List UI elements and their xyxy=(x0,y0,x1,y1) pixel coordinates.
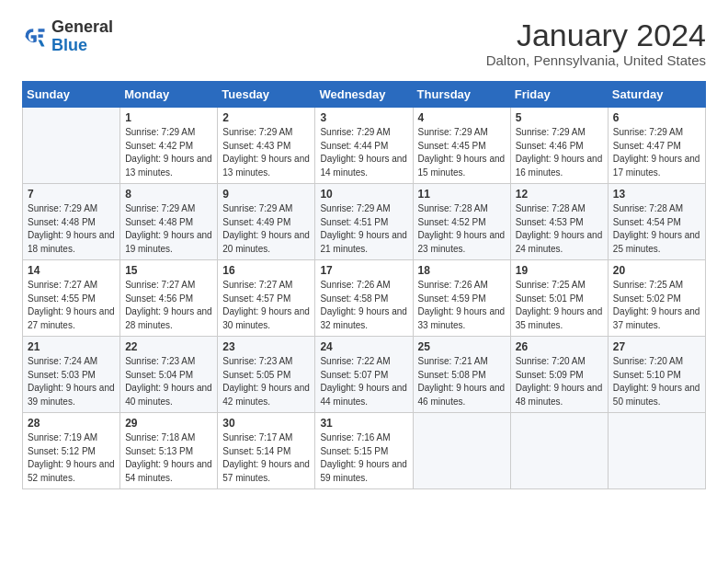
calendar-cell xyxy=(510,413,608,489)
calendar-cell: 22Sunrise: 7:23 AMSunset: 5:04 PMDayligh… xyxy=(120,337,218,413)
calendar-cell: 24Sunrise: 7:22 AMSunset: 5:07 PMDayligh… xyxy=(315,337,413,413)
calendar-table: SundayMondayTuesdayWednesdayThursdayFrid… xyxy=(22,81,706,489)
day-number: 15 xyxy=(125,264,212,277)
calendar-cell: 23Sunrise: 7:23 AMSunset: 5:05 PMDayligh… xyxy=(218,337,315,413)
header-monday: Monday xyxy=(120,82,218,108)
cell-text: Sunrise: 7:27 AMSunset: 4:56 PMDaylight:… xyxy=(125,280,212,330)
calendar-cell: 17Sunrise: 7:26 AMSunset: 4:58 PMDayligh… xyxy=(315,260,413,337)
day-number: 13 xyxy=(613,188,700,201)
cell-text: Sunrise: 7:28 AMSunset: 4:52 PMDaylight:… xyxy=(418,203,506,254)
calendar-cell: 12Sunrise: 7:28 AMSunset: 4:53 PMDayligh… xyxy=(510,184,608,260)
day-number: 7 xyxy=(28,188,115,201)
cell-text: Sunrise: 7:24 AMSunset: 5:03 PMDaylight:… xyxy=(28,356,115,407)
header-friday: Friday xyxy=(510,82,608,108)
header-tuesday: Tuesday xyxy=(218,82,315,108)
logo-general-text: General xyxy=(51,18,113,37)
day-number: 17 xyxy=(320,264,407,277)
day-number: 28 xyxy=(28,417,115,430)
cell-text: Sunrise: 7:23 AMSunset: 5:04 PMDaylight:… xyxy=(125,356,212,407)
cell-text: Sunrise: 7:19 AMSunset: 5:12 PMDaylight:… xyxy=(28,432,115,483)
calendar-cell xyxy=(23,108,120,184)
calendar-cell: 13Sunrise: 7:28 AMSunset: 4:54 PMDayligh… xyxy=(608,184,705,260)
calendar-cell: 26Sunrise: 7:20 AMSunset: 5:09 PMDayligh… xyxy=(510,337,608,413)
day-number: 23 xyxy=(222,340,310,353)
logo: General Blue xyxy=(22,18,113,55)
calendar-cell: 11Sunrise: 7:28 AMSunset: 4:52 PMDayligh… xyxy=(413,184,510,260)
day-number: 31 xyxy=(320,417,407,430)
day-number: 5 xyxy=(516,111,603,124)
header-thursday: Thursday xyxy=(413,82,510,108)
calendar-week-1: 1Sunrise: 7:29 AMSunset: 4:42 PMDaylight… xyxy=(23,108,706,184)
cell-text: Sunrise: 7:29 AMSunset: 4:49 PMDaylight:… xyxy=(222,203,310,254)
logo-icon xyxy=(22,24,48,50)
cell-text: Sunrise: 7:16 AMSunset: 5:15 PMDaylight:… xyxy=(320,432,407,483)
calendar-cell: 25Sunrise: 7:21 AMSunset: 5:08 PMDayligh… xyxy=(413,337,510,413)
calendar-week-5: 28Sunrise: 7:19 AMSunset: 5:12 PMDayligh… xyxy=(23,413,706,489)
cell-text: Sunrise: 7:28 AMSunset: 4:54 PMDaylight:… xyxy=(613,203,700,254)
calendar-cell: 15Sunrise: 7:27 AMSunset: 4:56 PMDayligh… xyxy=(120,260,218,337)
calendar-cell xyxy=(413,413,510,489)
calendar-cell: 28Sunrise: 7:19 AMSunset: 5:12 PMDayligh… xyxy=(23,413,120,489)
day-number: 18 xyxy=(418,264,506,277)
day-number: 19 xyxy=(516,264,603,277)
header: General Blue January 2024 Dalton, Pennsy… xyxy=(22,18,706,68)
day-number: 20 xyxy=(613,264,700,277)
calendar-cell xyxy=(608,413,705,489)
calendar-cell: 18Sunrise: 7:26 AMSunset: 4:59 PMDayligh… xyxy=(413,260,510,337)
day-number: 10 xyxy=(320,188,407,201)
cell-text: Sunrise: 7:29 AMSunset: 4:51 PMDaylight:… xyxy=(320,203,407,254)
header-wednesday: Wednesday xyxy=(315,82,413,108)
day-number: 11 xyxy=(418,188,506,201)
cell-text: Sunrise: 7:25 AMSunset: 5:02 PMDaylight:… xyxy=(613,280,700,330)
cell-text: Sunrise: 7:22 AMSunset: 5:07 PMDaylight:… xyxy=(320,356,407,407)
cell-text: Sunrise: 7:20 AMSunset: 5:10 PMDaylight:… xyxy=(613,356,700,407)
calendar-cell: 7Sunrise: 7:29 AMSunset: 4:48 PMDaylight… xyxy=(23,184,120,260)
month-title: January 2024 xyxy=(486,18,706,52)
calendar-cell: 3Sunrise: 7:29 AMSunset: 4:44 PMDaylight… xyxy=(315,108,413,184)
day-number: 1 xyxy=(125,111,212,124)
calendar-cell: 16Sunrise: 7:27 AMSunset: 4:57 PMDayligh… xyxy=(218,260,315,337)
cell-text: Sunrise: 7:29 AMSunset: 4:43 PMDaylight:… xyxy=(222,127,310,178)
title-area: January 2024 Dalton, Pennsylvania, Unite… xyxy=(486,18,706,68)
cell-text: Sunrise: 7:29 AMSunset: 4:46 PMDaylight:… xyxy=(516,127,603,178)
cell-text: Sunrise: 7:27 AMSunset: 4:57 PMDaylight:… xyxy=(222,280,310,330)
cell-text: Sunrise: 7:29 AMSunset: 4:48 PMDaylight:… xyxy=(28,203,115,254)
calendar-cell: 4Sunrise: 7:29 AMSunset: 4:45 PMDaylight… xyxy=(413,108,510,184)
cell-text: Sunrise: 7:20 AMSunset: 5:09 PMDaylight:… xyxy=(516,356,603,407)
calendar-cell: 30Sunrise: 7:17 AMSunset: 5:14 PMDayligh… xyxy=(218,413,315,489)
calendar-cell: 9Sunrise: 7:29 AMSunset: 4:49 PMDaylight… xyxy=(218,184,315,260)
day-number: 29 xyxy=(125,417,212,430)
day-number: 16 xyxy=(222,264,310,277)
cell-text: Sunrise: 7:28 AMSunset: 4:53 PMDaylight:… xyxy=(516,203,603,254)
calendar-week-3: 14Sunrise: 7:27 AMSunset: 4:55 PMDayligh… xyxy=(23,260,706,337)
calendar-cell: 20Sunrise: 7:25 AMSunset: 5:02 PMDayligh… xyxy=(608,260,705,337)
day-number: 24 xyxy=(320,340,407,353)
calendar-cell: 14Sunrise: 7:27 AMSunset: 4:55 PMDayligh… xyxy=(23,260,120,337)
cell-text: Sunrise: 7:27 AMSunset: 4:55 PMDaylight:… xyxy=(28,280,115,330)
calendar-header-row: SundayMondayTuesdayWednesdayThursdayFrid… xyxy=(23,82,706,108)
cell-text: Sunrise: 7:26 AMSunset: 4:58 PMDaylight:… xyxy=(320,280,407,330)
calendar-cell: 27Sunrise: 7:20 AMSunset: 5:10 PMDayligh… xyxy=(608,337,705,413)
cell-text: Sunrise: 7:29 AMSunset: 4:45 PMDaylight:… xyxy=(418,127,506,178)
calendar-cell: 6Sunrise: 7:29 AMSunset: 4:47 PMDaylight… xyxy=(608,108,705,184)
calendar-cell: 5Sunrise: 7:29 AMSunset: 4:46 PMDaylight… xyxy=(510,108,608,184)
calendar-cell: 2Sunrise: 7:29 AMSunset: 4:43 PMDaylight… xyxy=(218,108,315,184)
day-number: 4 xyxy=(418,111,506,124)
day-number: 27 xyxy=(613,340,700,353)
calendar-cell: 10Sunrise: 7:29 AMSunset: 4:51 PMDayligh… xyxy=(315,184,413,260)
day-number: 26 xyxy=(516,340,603,353)
day-number: 14 xyxy=(28,264,115,277)
day-number: 2 xyxy=(222,111,310,124)
logo-text: General Blue xyxy=(51,18,113,55)
day-number: 25 xyxy=(418,340,506,353)
day-number: 22 xyxy=(125,340,212,353)
calendar-cell: 19Sunrise: 7:25 AMSunset: 5:01 PMDayligh… xyxy=(510,260,608,337)
cell-text: Sunrise: 7:29 AMSunset: 4:48 PMDaylight:… xyxy=(125,203,212,254)
calendar-cell: 8Sunrise: 7:29 AMSunset: 4:48 PMDaylight… xyxy=(120,184,218,260)
calendar-week-2: 7Sunrise: 7:29 AMSunset: 4:48 PMDaylight… xyxy=(23,184,706,260)
cell-text: Sunrise: 7:29 AMSunset: 4:42 PMDaylight:… xyxy=(125,127,212,178)
cell-text: Sunrise: 7:29 AMSunset: 4:47 PMDaylight:… xyxy=(613,127,700,178)
calendar-cell: 29Sunrise: 7:18 AMSunset: 5:13 PMDayligh… xyxy=(120,413,218,489)
calendar-week-4: 21Sunrise: 7:24 AMSunset: 5:03 PMDayligh… xyxy=(23,337,706,413)
cell-text: Sunrise: 7:17 AMSunset: 5:14 PMDaylight:… xyxy=(222,432,310,483)
